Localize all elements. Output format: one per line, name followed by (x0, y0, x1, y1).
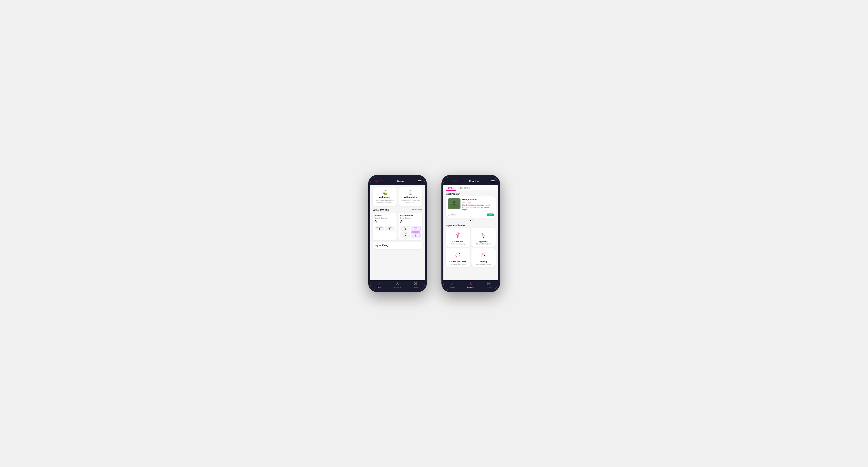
stats-grid: Rounds Rounds Capture 0 Tournament 0 Pra… (370, 213, 425, 242)
chevron-right-icon: › (418, 244, 419, 247)
drill-description: Play 1 shot at each target yardage. If y… (462, 204, 494, 211)
capture-nav-icon (414, 282, 417, 286)
rounds-capture-label: Rounds Capture (375, 217, 395, 219)
drill-name: Wedge Ladder (462, 198, 477, 201)
add-practice-title: Add Practice (400, 196, 421, 198)
dot-1 (468, 220, 469, 221)
bottom-nav-home: ⌂ Home Activities (370, 280, 425, 290)
drill-thumb-image (448, 198, 461, 209)
menu-line-p1 (491, 180, 495, 181)
off-tee-icon (454, 231, 462, 239)
phone-practice: clippd Practice Drills Favourites Most P… (441, 175, 500, 292)
approach-name: Approach (473, 240, 494, 243)
drills-stat-card: Practice Drills Drills Capture 8 OTT 0 A… (399, 213, 423, 240)
featured-drill-card[interactable]: Wedge Ladder ☆ 50–100 yds Play 1 shot at… (446, 196, 496, 218)
drill-shots-count: 9 shots (448, 214, 457, 216)
svg-line-12 (456, 233, 458, 238)
practice-value: 0 (386, 228, 393, 230)
add-practice-card[interactable]: 📋 Add Practice Capture your practice off… (399, 187, 423, 206)
svg-point-0 (397, 283, 398, 283)
dot-2 (470, 220, 471, 221)
svg-point-38 (484, 255, 485, 256)
nav-activities-practice[interactable]: Activities (461, 282, 480, 288)
tournament-stat: Tournament 0 (375, 226, 384, 231)
drill-footer: 9 shots APP (446, 213, 496, 218)
drill-thumbnail (448, 198, 461, 209)
skill-card-off-the-tee[interactable]: Off The Tee Power and accuracy (446, 228, 470, 247)
ott-value: 0 (401, 228, 409, 230)
add-round-card[interactable]: ⛳ Add Round Record your shots in fast or… (373, 187, 397, 206)
tab-favourites[interactable]: Favourites (456, 185, 472, 191)
rounds-sub-grid: Tournament 0 Practice 0 (375, 226, 395, 231)
rounds-total: 0 (375, 220, 395, 224)
atg-name: Around The Green (448, 260, 468, 263)
app-stat: APP 4 (411, 226, 421, 231)
skill-card-approach[interactable]: Approach Dial-in to hit the green (471, 228, 496, 247)
capture-nav-label-p: Capture (486, 286, 492, 288)
add-round-title: Add Round (375, 196, 395, 198)
svg-point-19 (483, 233, 484, 234)
activities-nav-icon-p (469, 282, 472, 286)
drill-info-header: Wedge Ladder ☆ (462, 198, 494, 201)
drill-category-badge: APP (487, 214, 493, 216)
page-title-home: Home (397, 180, 404, 183)
stats-period-title: Last 3 Months (373, 208, 389, 211)
putting-icon (479, 251, 487, 259)
stats-header: Last 3 Months View Activity (370, 208, 425, 213)
quick-actions: ⛳ Add Round Record your shots in fast or… (370, 185, 425, 208)
off-tee-desc: Power and accuracy (448, 243, 468, 245)
skill-areas-title: Explore skill areas (443, 222, 498, 228)
add-round-desc: Record your shots in fast or enhanced mo… (375, 199, 395, 204)
menu-line-p3 (491, 182, 495, 182)
menu-line-2 (418, 181, 422, 182)
drills-total: 8 (400, 220, 421, 224)
rounds-card-title: Rounds (375, 215, 395, 217)
atg-icon-area (448, 251, 468, 259)
nav-capture-home[interactable]: Capture (407, 282, 425, 288)
menu-button-home[interactable] (418, 180, 422, 182)
activities-nav-icon (396, 282, 399, 286)
drills-capture-label: Drills Capture (400, 217, 421, 219)
clock-icon (448, 214, 450, 216)
skill-card-around-green[interactable]: Around The Green Hone your short game (446, 248, 470, 267)
nav-capture-practice[interactable]: Capture (480, 282, 498, 288)
nav-home[interactable]: ⌂ Home (370, 282, 389, 288)
menu-line-3 (418, 182, 422, 182)
off-tee-icon-area (448, 230, 468, 239)
carousel-dots (443, 219, 498, 222)
view-activity-link[interactable]: View Activity (411, 209, 422, 211)
capture-nav-icon-p (487, 282, 491, 286)
svg-point-21 (484, 236, 485, 236)
svg-point-22 (483, 237, 484, 238)
phone-home: clippd Home ⛳ Add Round Record your shot… (368, 175, 427, 292)
page-title-practice: Practice (469, 180, 479, 183)
favourite-star-icon[interactable]: ☆ (492, 198, 494, 201)
arg-value: 0 (401, 235, 409, 237)
putting-desc: Make and lag practice (473, 263, 494, 265)
menu-line-1 (418, 180, 422, 181)
menu-button-practice[interactable] (491, 180, 495, 182)
putting-icon-area (473, 251, 494, 259)
nav-home-practice[interactable]: ⌂ Home (443, 282, 462, 288)
tournament-value: 0 (376, 228, 383, 230)
ott-stat: OTT 0 (400, 226, 410, 231)
nav-activities-home[interactable]: Activities (388, 282, 407, 288)
activities-nav-label-p: Activities (467, 286, 474, 288)
skill-card-putting[interactable]: Putting Make and lag practice (471, 248, 496, 267)
putt-value: 4 (412, 235, 419, 237)
home-content: ⛳ Add Round Record your shots in fast or… (370, 185, 425, 280)
svg-point-40 (470, 283, 471, 283)
menu-line-p2 (491, 181, 495, 182)
svg-point-37 (483, 253, 484, 255)
svg-line-16 (458, 233, 460, 238)
tab-drills[interactable]: Drills (446, 185, 456, 191)
drills-sub-grid: OTT 0 APP 4 ARG 0 PUTT 4 (400, 226, 421, 238)
home-nav-label-p: Home (450, 286, 455, 288)
atg-desc: Hone your short game (448, 263, 468, 265)
header-home: clippd Home (370, 177, 425, 185)
skill-areas-grid: Off The Tee Power and accuracy (443, 228, 498, 269)
rounds-stat-card: Rounds Rounds Capture 0 Tournament 0 Pra… (373, 213, 397, 240)
off-tee-name: Off The Tee (448, 240, 468, 243)
golf-bag-section[interactable]: My Golf Bag › (373, 242, 423, 249)
logo-home: clippd (374, 179, 383, 183)
